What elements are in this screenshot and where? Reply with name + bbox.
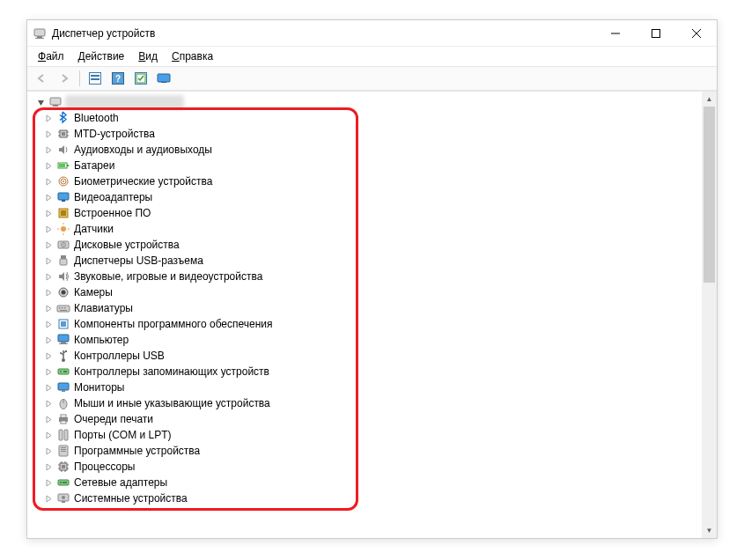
vertical-scrollbar[interactable]: ▲ ▼ bbox=[702, 92, 717, 538]
chevron-right-icon[interactable] bbox=[42, 384, 55, 392]
tree-item[interactable]: Очереди печати bbox=[57, 411, 702, 427]
tree-root-node[interactable]: (computer name) bbox=[33, 94, 702, 110]
tree-item-label: Звуковые, игровые и видеоустройства bbox=[74, 270, 262, 283]
chevron-right-icon[interactable] bbox=[42, 257, 55, 265]
tree-item[interactable]: Звуковые, игровые и видеоустройства bbox=[57, 269, 702, 284]
chevron-right-icon[interactable] bbox=[42, 368, 55, 376]
chevron-right-icon[interactable] bbox=[42, 447, 55, 455]
scroll-track[interactable] bbox=[702, 107, 717, 523]
tree-item-label: Камеры bbox=[74, 286, 113, 298]
toolbar-show-button[interactable] bbox=[153, 69, 174, 88]
tree-item[interactable]: Аудиовходы и аудиовыходы bbox=[57, 142, 702, 158]
chevron-right-icon[interactable] bbox=[42, 289, 55, 297]
tree-item[interactable]: Мыши и иные указывающие устройства bbox=[57, 395, 702, 411]
toolbar-forward-button[interactable] bbox=[54, 69, 75, 88]
device-tree[interactable]: (computer name) BluetoothMTD-устройстваА… bbox=[27, 92, 702, 538]
chevron-right-icon[interactable] bbox=[42, 162, 55, 170]
scroll-down-button[interactable]: ▼ bbox=[702, 523, 717, 538]
tree-item[interactable]: Контроллеры запоминающих устройств bbox=[57, 364, 702, 379]
tree-item[interactable]: Камеры bbox=[57, 284, 702, 300]
chevron-right-icon[interactable] bbox=[42, 495, 55, 503]
tree-item[interactable]: Датчики bbox=[57, 221, 702, 237]
svg-rect-48 bbox=[61, 321, 66, 327]
chevron-right-icon[interactable] bbox=[42, 194, 55, 202]
chevron-right-icon[interactable] bbox=[42, 479, 55, 487]
svg-rect-86 bbox=[62, 501, 65, 503]
toolbar-help-button[interactable]: ? bbox=[107, 69, 129, 88]
svg-rect-39 bbox=[60, 259, 67, 265]
tree-item[interactable]: Процессоры bbox=[57, 459, 702, 475]
tree-item[interactable]: Клавиатуры bbox=[57, 300, 702, 316]
chevron-right-icon[interactable] bbox=[42, 336, 55, 344]
chevron-right-icon[interactable] bbox=[42, 225, 55, 233]
tree-item-label: Программные устройства bbox=[74, 445, 200, 457]
chevron-right-icon[interactable] bbox=[42, 241, 55, 249]
tree-item-label: Процессоры bbox=[74, 461, 136, 473]
tree-item[interactable]: Системные устройства bbox=[57, 490, 702, 506]
tree-item[interactable]: Bluetooth bbox=[57, 110, 702, 126]
chevron-right-icon[interactable] bbox=[42, 352, 55, 360]
tree-item[interactable]: Дисковые устройства bbox=[57, 237, 702, 253]
chevron-right-icon[interactable] bbox=[42, 305, 55, 313]
tree-item[interactable]: MTD-устройства bbox=[57, 126, 702, 142]
network-icon bbox=[56, 475, 70, 490]
tree-item[interactable]: Диспетчеры USB-разъема bbox=[57, 253, 702, 269]
tree-item[interactable]: Сетевые адаптеры bbox=[57, 475, 702, 490]
tree-item-label: Порты (COM и LPT) bbox=[74, 429, 172, 441]
tree-item[interactable]: Программные устройства bbox=[57, 443, 702, 459]
svg-point-41 bbox=[62, 291, 66, 295]
toolbar-back-button[interactable] bbox=[31, 69, 52, 88]
svg-point-37 bbox=[63, 244, 64, 246]
toolbar-properties-button[interactable] bbox=[85, 69, 106, 88]
tree-item[interactable]: Биометрические устройства bbox=[57, 173, 702, 189]
menu-action[interactable]: Действие bbox=[73, 48, 130, 64]
menu-file[interactable]: Файл bbox=[33, 48, 70, 64]
port-icon bbox=[56, 428, 70, 442]
chevron-right-icon[interactable] bbox=[42, 400, 55, 408]
svg-rect-8 bbox=[91, 78, 99, 80]
tree-item[interactable]: Компьютер bbox=[57, 332, 702, 348]
menu-help[interactable]: Справка bbox=[166, 48, 218, 64]
close-button[interactable] bbox=[676, 20, 717, 46]
chevron-right-icon[interactable] bbox=[42, 431, 55, 439]
menu-view[interactable]: Вид bbox=[133, 48, 163, 64]
chip-icon bbox=[56, 127, 70, 141]
svg-rect-15 bbox=[62, 132, 65, 136]
chevron-right-icon[interactable] bbox=[42, 321, 55, 328]
chevron-right-icon[interactable] bbox=[42, 146, 55, 154]
tree-item[interactable]: Мониторы bbox=[57, 379, 702, 395]
tree-item[interactable]: Порты (COM и LPT) bbox=[57, 427, 702, 443]
chevron-right-icon[interactable] bbox=[42, 210, 55, 217]
chevron-right-icon[interactable] bbox=[42, 130, 55, 138]
svg-rect-59 bbox=[58, 383, 69, 390]
tree-item[interactable]: Компоненты программного обеспечения bbox=[57, 316, 702, 332]
svg-point-52 bbox=[62, 358, 65, 362]
maximize-button[interactable] bbox=[636, 20, 676, 46]
expander-icon[interactable] bbox=[34, 99, 47, 107]
svg-rect-84 bbox=[63, 482, 67, 483]
chevron-right-icon[interactable] bbox=[42, 463, 55, 471]
tree-item-label: Аудиовходы и аудиовыходы bbox=[74, 144, 212, 156]
svg-rect-50 bbox=[61, 342, 66, 343]
tree-item-label: Биометрические устройства bbox=[74, 175, 212, 188]
content-area: (computer name) BluetoothMTD-устройстваА… bbox=[27, 91, 717, 538]
tree-item[interactable]: Контроллеры USB bbox=[57, 348, 702, 364]
tree-item-label: Мониторы bbox=[74, 381, 124, 394]
tree-item[interactable]: Встроенное ПО bbox=[57, 205, 702, 221]
svg-rect-67 bbox=[64, 430, 68, 440]
tree-item[interactable]: Видеоадаптеры bbox=[57, 189, 702, 205]
toolbar-scan-button[interactable] bbox=[130, 69, 151, 88]
tree-item-label: MTD-устройства bbox=[74, 128, 155, 140]
camera-icon bbox=[56, 285, 70, 299]
tree-item[interactable]: Батареи bbox=[57, 158, 702, 173]
fingerprint-icon bbox=[56, 174, 70, 188]
svg-rect-69 bbox=[61, 447, 66, 448]
chevron-right-icon[interactable] bbox=[42, 178, 55, 186]
scroll-thumb[interactable] bbox=[703, 107, 715, 283]
scroll-up-button[interactable]: ▲ bbox=[702, 92, 717, 107]
chevron-right-icon[interactable] bbox=[42, 273, 55, 281]
chevron-right-icon[interactable] bbox=[42, 114, 55, 122]
chevron-right-icon[interactable] bbox=[42, 416, 55, 424]
minimize-button[interactable] bbox=[595, 20, 636, 46]
computer-icon bbox=[56, 333, 70, 347]
